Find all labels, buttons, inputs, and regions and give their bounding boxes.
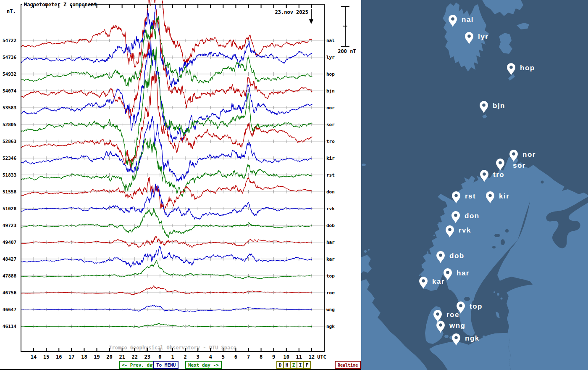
station-label-roe: roe [326, 290, 335, 296]
y-value-top: 47888 [3, 273, 16, 279]
component-button-D[interactable]: D [277, 362, 283, 368]
y-value-rvk: 51028 [3, 206, 16, 211]
hour-label-14: 14 [31, 354, 37, 360]
y-value-wng: 46647 [3, 307, 16, 312]
map-station-label-kir: kir [499, 192, 509, 200]
hour-label-9: 9 [272, 354, 275, 360]
map-station-label-wng: wng [449, 322, 466, 330]
pin-hole [439, 323, 442, 327]
station-map-panel: nallyrhopbjnnorsortrorstkirdonrvkdobhark… [361, 0, 588, 370]
hour-label-12: 12 [309, 354, 315, 360]
x-axis-unit-label: UTC [317, 354, 326, 360]
next-day-button[interactable]: Next day -> [185, 361, 222, 369]
y-value-rst: 51833 [3, 172, 16, 178]
hour-label-19: 19 [94, 354, 100, 360]
y-value-nal: 54722 [3, 38, 16, 43]
map-station-label-top: top [470, 302, 483, 310]
y-value-hop: 54932 [3, 71, 16, 77]
hour-label-8: 8 [260, 354, 262, 360]
pin-hole [509, 66, 513, 69]
station-label-don: don [326, 189, 335, 195]
map-station-label-rst: rst [465, 192, 476, 200]
station-label-dob: dob [326, 223, 335, 228]
y-value-kar: 48427 [3, 256, 16, 262]
map-station-label-ngk: ngk [465, 334, 480, 342]
prev-day-button[interactable]: <- Prev. day [119, 361, 158, 369]
hour-label-20: 20 [106, 354, 112, 360]
y-value-roe: 46756 [3, 290, 16, 296]
station-label-lyr: lyr [326, 55, 335, 60]
hour-label-22: 22 [132, 354, 138, 360]
y-value-sor: 52805 [3, 122, 16, 127]
map-station-label-rvk: rvk [459, 226, 471, 234]
map-station-label-kar: kar [432, 278, 445, 285]
station-label-tro: tro [326, 139, 335, 144]
pin-hole [483, 172, 486, 176]
station-label-top: top [326, 273, 335, 279]
hour-label-5: 5 [222, 354, 225, 360]
map-station-label-sor: sor [513, 161, 526, 169]
map-station-label-don: don [465, 212, 480, 220]
map-station-label-har: har [457, 269, 470, 277]
station-label-kir: kir [326, 156, 335, 161]
station-label-har: har [326, 240, 335, 245]
component-button-I[interactable]: I [297, 362, 303, 368]
y-value-ngk: 46114 [3, 324, 16, 329]
realtime-button[interactable]: Realtime [335, 361, 361, 369]
hour-label-15: 15 [43, 354, 49, 360]
hour-label-1: 1 [171, 354, 174, 360]
date-label: 23.nov 2025 [275, 9, 308, 15]
component-button-F[interactable]: F [303, 362, 310, 368]
y-value-dob: 49723 [3, 223, 16, 228]
pin-hole [499, 161, 502, 164]
hour-label-23: 23 [144, 354, 150, 360]
y-value-tro: 52863 [3, 139, 16, 144]
plot-title: Magnetometer Z component [24, 2, 97, 8]
y-value-don: 51558 [3, 189, 16, 195]
hour-label-17: 17 [68, 354, 74, 360]
hour-label-10: 10 [284, 354, 289, 360]
component-button-Z[interactable]: Z [290, 362, 297, 368]
station-label-nor: nor [326, 105, 335, 111]
y-value-bjn: 54074 [3, 88, 16, 94]
scale-bar-label: 200 nT [338, 48, 356, 54]
y-value-nor: 53583 [3, 105, 16, 111]
map-station-label-nal: nal [462, 16, 474, 24]
component-button-H[interactable]: H [283, 362, 290, 368]
pin-hole [448, 228, 452, 231]
y-axis-unit-label: nT. [7, 8, 16, 14]
hour-label-3: 3 [197, 354, 200, 360]
pin-hole [488, 194, 492, 197]
hour-label-7: 7 [247, 354, 250, 360]
station-label-kar: kar [326, 256, 335, 262]
pin-hole [451, 17, 454, 21]
hour-label-11: 11 [296, 354, 302, 360]
to-menu-button[interactable]: To MENU [153, 361, 178, 369]
y-value-kir: 52346 [3, 156, 16, 161]
hour-label-0: 0 [158, 354, 161, 360]
station-label-bjn: bjn [326, 88, 335, 94]
station-label-hop: hop [326, 71, 335, 77]
hour-label-6: 6 [234, 354, 237, 360]
station-label-sor: sor [326, 122, 335, 127]
y-value-har: 49407 [3, 240, 16, 245]
hour-label-21: 21 [119, 354, 125, 360]
map-station-label-lyr: lyr [478, 33, 488, 41]
component-selector[interactable]: DHZIF [276, 361, 311, 369]
hour-label-4: 4 [209, 354, 212, 360]
pin-hole [439, 254, 442, 257]
pin-hole [422, 279, 425, 283]
station-label-rst: rst [326, 172, 335, 178]
map-station-label-tro: tro [493, 171, 504, 179]
pin-hole [512, 152, 515, 156]
map-station-label-roe: roe [446, 311, 459, 319]
y-value-lyr: 54736 [3, 55, 16, 60]
map-station-label-hop: hop [520, 64, 535, 72]
magnetogram-plot: Tromso Geophysical Observatory - DTU Spa… [0, 0, 361, 370]
station-map: nallyrhopbjnnorsortrorstkirdonrvkdobhark… [361, 0, 588, 370]
pin-hole [454, 336, 458, 339]
pin-hole [436, 312, 439, 316]
pin-hole [467, 34, 471, 38]
hour-label-2: 2 [184, 354, 186, 360]
pin-hole [446, 271, 449, 274]
